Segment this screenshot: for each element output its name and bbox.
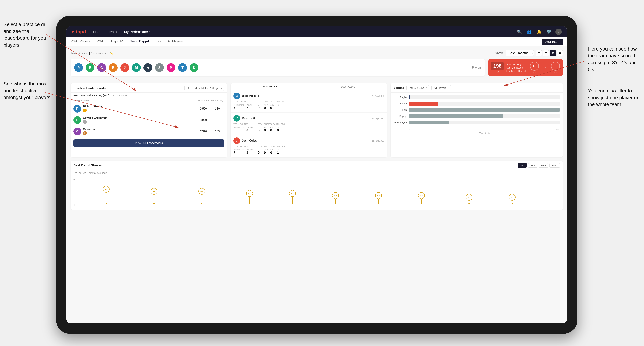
bar-row-dbogeys: D. Bogeys + 131 (394, 121, 560, 124)
activity-card-2: R Rees Britt 02 Sep 2023 Total Rounds To… (231, 113, 387, 135)
least-active-toggle[interactable]: Least Active (309, 83, 387, 90)
lb-player-3[interactable]: C Cameron... 3 (74, 128, 196, 135)
scoring-players-filter[interactable]: All Players (432, 85, 451, 90)
lb-player-1[interactable]: R Richard Butler 1 (74, 105, 196, 113)
lb-avatar-2: E (74, 116, 81, 124)
player-avatar-5[interactable]: J (120, 63, 129, 72)
navbar: clippd Home Teams My Performance 🔍 👥 🔔 ⚙… (66, 26, 567, 37)
streak-point-10: 3x (509, 194, 516, 204)
total-rounds-group-2: Total Rounds Tournament 8 Practice 4 (234, 123, 254, 132)
player-avatar-10[interactable]: T (178, 63, 187, 72)
annotation-top-right: Here you can see how the team have score… (588, 45, 640, 73)
total-rounds-group-1: Total Rounds Tournament 7 Practice 6 (234, 101, 254, 110)
subnav-hcaps[interactable]: Hcaps 1-5 (110, 39, 124, 44)
streak-bubble-8: 4x (418, 192, 425, 199)
bar-outer-eagles: 3 (409, 95, 560, 99)
lb-player-2[interactable]: E Edward Crossman 2 (74, 116, 196, 124)
subnav-team-clippd[interactable]: Team Clippd (130, 39, 149, 44)
subnav: PGAT Players PGA Hcaps 1-5 Team Clippd T… (66, 37, 567, 46)
streak-filter-arg[interactable]: ARG (539, 163, 548, 168)
streak-filter-putt[interactable]: PUTT (550, 163, 560, 168)
chart-x-axis: 0200400 (394, 127, 560, 131)
lb-badge-gold: 1 (83, 109, 87, 112)
main-content: Team Clippd | 14 Players ✏️ Show: Last 3… (66, 46, 567, 323)
player-avatar-3[interactable]: C (97, 63, 106, 72)
show-select[interactable]: Last 3 months (506, 50, 534, 56)
lb-row-3: C Cameron... 3 17/20 103 (71, 126, 227, 137)
scoring-par-filter[interactable]: Par 3, 4 & 5s (406, 85, 429, 90)
bar-inner-eagles (409, 95, 410, 99)
activity-name-3: Josh Coles (242, 139, 370, 142)
streak-point-8: 4x (418, 192, 425, 204)
players-row: R E C B J M A S P T D Players (71, 59, 485, 76)
streak-bubble-5: 5x (289, 190, 296, 197)
player-avatar-11[interactable]: D (190, 63, 198, 72)
chart-x-label: Total Shots (394, 132, 560, 135)
streak-point-9: 3x (466, 194, 472, 204)
player-avatar-1[interactable]: R (74, 63, 83, 72)
lb-player-info-1: Richard Butler 1 (83, 105, 102, 112)
bar-chart: Eagles 3 Birdies 96 (390, 93, 563, 136)
practice-activities-group-3: Total Practice Activities OTT0 APP0 ARG0… (258, 145, 285, 155)
players-label: Players (472, 66, 482, 69)
ipad-frame: clippd Home Teams My Performance 🔍 👥 🔔 ⚙… (56, 16, 578, 334)
player-avatar-8[interactable]: S (155, 63, 164, 72)
lb-badge-silver: 2 (83, 120, 87, 124)
lb-badge-bronze: 3 (83, 131, 87, 135)
subnav-tour[interactable]: Tour (155, 39, 161, 44)
nav-link-teams[interactable]: Teams (108, 30, 118, 34)
player-avatar-7[interactable]: A (144, 63, 152, 72)
player-avatar-2[interactable]: E (86, 63, 94, 72)
streaks-filters: OTT APP ARG PUTT (518, 163, 560, 168)
subnav-all-players[interactable]: All Players (168, 39, 182, 44)
streak-point-5: 5x (289, 190, 296, 204)
view-icons: ⊞ ⊟ ⊠ ≡ (536, 50, 563, 56)
bar-outer-pars: 499 (409, 108, 560, 112)
bell-icon[interactable]: 🔔 (536, 29, 542, 35)
circle-1: 16 yds (530, 61, 539, 74)
avatar[interactable]: U (556, 29, 562, 35)
nav-logo: clippd (72, 29, 86, 35)
view-grid2-btn[interactable]: ⊞ (536, 50, 542, 56)
bar-row-bogeys: Bogeys 311 (394, 114, 560, 118)
streak-point-2: 6x (151, 188, 157, 204)
leaderboard-dropdown[interactable]: PUTT Must Make Putting... ▾ (184, 86, 224, 91)
view-full-leaderboard-button[interactable]: View Full Leaderboard (74, 140, 224, 147)
subnav-pgat[interactable]: PGAT Players (71, 39, 90, 44)
shot-dist: Shot Dist: 16 yds (506, 63, 527, 66)
bar-inner-dbogeys (409, 121, 449, 124)
start-lie: Start Lie: Rough (506, 66, 527, 69)
leaderboard-subtitle: PUTT Must Make Putting (3-6 ft), Last 3 … (71, 93, 227, 98)
activity-date-1: 26 Aug 2023 (372, 95, 384, 97)
nav-link-performance[interactable]: My Performance (124, 30, 150, 34)
edit-icon[interactable]: ✏️ (109, 51, 113, 55)
streak-filter-app[interactable]: APP (528, 163, 537, 168)
activity-date-3: 26 Aug 2023 (372, 140, 384, 142)
search-icon[interactable]: 🔍 (516, 29, 522, 35)
player-avatar-9[interactable]: P (166, 63, 175, 72)
subnav-pga[interactable]: PGA (96, 39, 103, 44)
settings-icon[interactable]: ⚙️ (546, 29, 552, 35)
streaks-panel: Best Round Streaks OTT APP ARG PUTT Off … (71, 161, 563, 210)
most-active-toggle[interactable]: Most Active (231, 83, 309, 90)
lb-col-headers: PLAYER NAME PB SCORE PB AVG SQ (71, 98, 227, 103)
total-rounds-group-3: Total Rounds Tournament 7 Practice 2 (234, 145, 254, 155)
view-list-btn[interactable]: ≡ (557, 50, 563, 56)
streaks-subtitle: Off The Tee, Fairway Accuracy (71, 170, 563, 176)
streak-filter-ott[interactable]: OTT (518, 163, 527, 168)
bar-row-eagles: Eagles 3 (394, 95, 560, 99)
view-grid4-btn[interactable]: ⊠ (550, 50, 556, 56)
view-grid3-btn[interactable]: ⊟ (543, 50, 549, 56)
player-avatar-6[interactable]: M (132, 63, 141, 72)
team-name: Team Clippd | 14 Players (71, 51, 106, 55)
practice-leaderboards-panel: Practice Leaderboards PUTT Must Make Put… (71, 83, 227, 157)
streak-point-1: 7x (103, 186, 110, 204)
nav-link-home[interactable]: Home (93, 30, 102, 34)
lb-avatar-3: C (74, 128, 81, 135)
add-team-button[interactable]: Add Team (542, 39, 563, 45)
people-icon[interactable]: 👥 (526, 29, 532, 35)
streak-bubble-3: 6x (198, 188, 205, 195)
nav-links: Home Teams My Performance (93, 30, 509, 34)
scoring-title: Scoring (394, 86, 404, 90)
player-avatar-4[interactable]: B (109, 63, 118, 72)
